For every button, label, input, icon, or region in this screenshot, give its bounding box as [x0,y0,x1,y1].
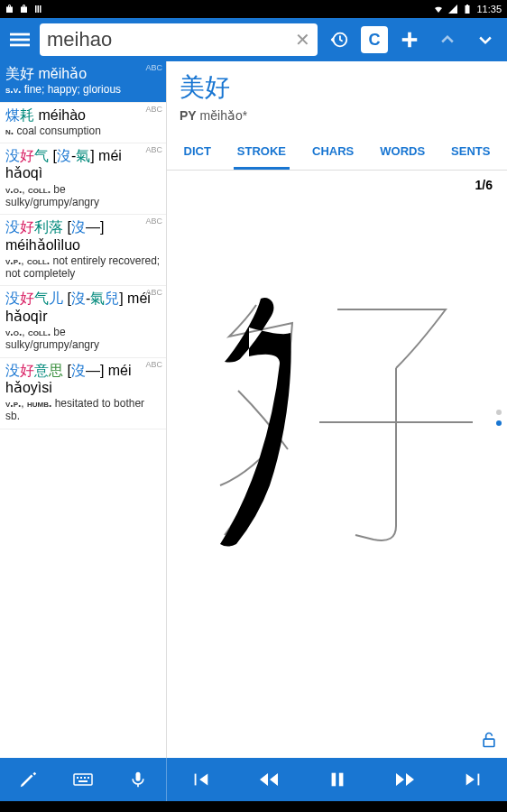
svg-rect-11 [484,739,494,746]
entry-headword: 没好气 [沒-氣] méi hǎoqì [5,147,161,181]
svg-rect-18 [136,772,141,781]
svg-rect-21 [338,773,343,787]
result-entry[interactable]: ABC 煤耗 méihào n. coal consumption [0,103,166,144]
rewind-button[interactable] [235,758,302,801]
svg-rect-4 [466,5,468,5]
dot [496,410,502,415]
home-button[interactable] [237,807,270,812]
tab-dict[interactable]: DICT [180,135,215,170]
entry-headword: 美好 měihǎo [5,65,161,82]
svg-rect-6 [10,39,30,42]
android-navbar [0,801,507,812]
pinyin-line: PY měihǎo* [180,108,494,123]
skip-fwd-button[interactable] [439,758,507,801]
keyboard-button[interactable] [55,758,110,801]
playbar [0,758,507,801]
search-input[interactable] [47,28,295,51]
result-entry[interactable]: ABC 没好气儿 [沒-氣兒] méi hǎoqìr v.o., coll. b… [0,286,166,357]
bag-icon [5,4,16,14]
dict-tag: ABC [145,217,162,226]
entry-definition: v.p., humb. hesitated to bother sb. [5,397,161,423]
stroke-character [193,273,482,562]
entry-headword: 煤耗 méihào [5,106,161,124]
pause-button[interactable] [303,758,371,801]
back-button[interactable] [69,807,101,812]
page-dots [496,410,502,426]
entry-definition: n. coal consumption [5,125,161,137]
detail-panel: 美好 PY měihǎo* DICTSTROKECHARSWORDSSENTS … [166,61,507,758]
svg-rect-19 [194,774,196,786]
headword: 美好 [180,70,494,105]
entry-definition: v.p., coll. not entirely recovered; not … [5,254,161,281]
card-button[interactable]: C [361,26,388,53]
next-button[interactable] [469,23,502,56]
entry-headword: 没好气儿 [沒-氣兒] méi hǎoqìr [5,290,161,324]
clear-button[interactable]: ✕ [295,29,310,51]
stroke-counter: 1/6 [167,171,507,192]
entry-definition: s.v. fine; happy; glorious [5,83,161,96]
result-entry[interactable]: ABC 美好 měihǎo s.v. fine; happy; glorious [0,61,166,103]
tab-stroke[interactable]: STROKE [234,135,290,170]
svg-rect-14 [80,777,82,779]
tab-words[interactable]: WORDS [376,135,429,170]
history-button[interactable] [323,23,355,56]
status-bar: 11:35 [0,0,507,18]
entry-headword: 没好意思 [沒—] méi hǎoyìsi [5,362,161,396]
result-entry[interactable]: ABC 没好意思 [沒—] méi hǎoyìsi v.p., humb. he… [0,358,166,429]
svg-rect-7 [10,44,30,47]
signal-icon [447,4,458,14]
add-button[interactable] [393,23,426,56]
result-entry[interactable]: ABC 没好利落 [沒—] méihǎolìluo v.p., coll. no… [0,215,166,286]
wifi-icon [433,4,444,14]
svg-rect-16 [88,777,89,779]
entry-headword: 没好利落 [沒—] méihǎolìluo [5,218,161,253]
svg-rect-22 [478,774,480,786]
svg-rect-1 [38,5,40,13]
status-time: 11:35 [476,4,502,14]
toolbar: ✕ C [0,18,507,61]
forward-button[interactable] [371,758,438,801]
entry-definition: v.o., coll. be sulky/grumpy/angry [5,183,161,209]
tab-sents[interactable]: SENTS [447,135,493,170]
bag-icon [20,4,31,14]
draw-button[interactable] [0,758,55,801]
svg-rect-20 [331,773,336,787]
recent-button[interactable] [406,807,438,812]
stroke-area[interactable] [167,192,507,643]
dict-tag: ABC [145,63,162,72]
dict-tag: ABC [145,288,162,297]
battery-icon [462,4,473,14]
lock-button[interactable] [480,731,498,752]
svg-rect-12 [74,774,92,785]
svg-rect-2 [40,5,41,13]
prev-button[interactable] [431,23,464,56]
voice-button[interactable] [111,758,166,801]
svg-rect-5 [10,33,30,36]
svg-rect-17 [78,780,88,782]
bars-icon [34,4,45,14]
dict-tag: ABC [145,360,162,369]
search-box: ✕ [40,23,318,56]
detail-tabs: DICTSTROKECHARSWORDSSENTS [167,135,507,171]
skip-back-button[interactable] [167,758,235,801]
result-entry[interactable]: ABC 没好气 [沒-氣] méi hǎoqì v.o., coll. be s… [0,143,166,215]
svg-rect-15 [84,777,86,779]
dot-active [496,420,502,426]
tab-chars[interactable]: CHARS [309,135,357,170]
svg-rect-13 [77,777,78,779]
entry-definition: v.o., coll. be sulky/grumpy/angry [5,326,161,352]
svg-rect-10 [402,38,418,42]
svg-rect-0 [35,5,37,13]
dict-tag: ABC [145,145,162,154]
svg-rect-3 [466,5,470,14]
dict-tag: ABC [145,105,162,114]
results-sidebar: ABC 美好 měihǎo s.v. fine; happy; glorious… [0,61,166,758]
menu-button[interactable] [5,25,34,54]
